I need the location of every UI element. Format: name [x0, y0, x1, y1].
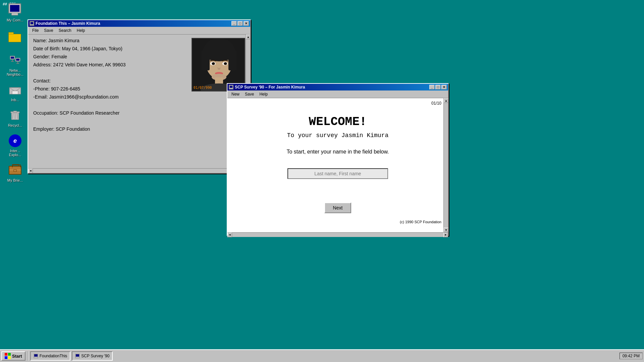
survey-window-controls: _ □ ✕	[429, 85, 447, 89]
svg-rect-1	[11, 57, 14, 59]
svg-rect-19	[31, 24, 33, 25]
taskbar: Start FoundationThis SCP Survey '90 09:4…	[0, 349, 644, 362]
survey-scrollbar[interactable]: ▲ ▼	[443, 98, 448, 232]
foundation-maximize-btn[interactable]: □	[237, 21, 243, 26]
survey-scroll-down-btn[interactable]: ▼	[444, 228, 448, 232]
foundation-close-btn[interactable]: ✕	[244, 21, 249, 26]
svg-rect-13	[13, 111, 17, 112]
profile-contact: Contact:	[33, 78, 185, 83]
taskbar-foundation-label: FoundationThis	[40, 354, 67, 358]
survey-form: Next	[234, 168, 441, 213]
svg-point-31	[224, 62, 226, 64]
taskbar-foundation-icon	[34, 354, 38, 358]
survey-title: SCP Survey '90 – For Jasmin Kimura	[235, 85, 305, 89]
my-briefcase-icon[interactable]: My Brie...	[3, 164, 27, 182]
svg-rect-7	[16, 63, 19, 64]
foundation-window-controls: _ □ ✕	[231, 21, 249, 26]
taskbar-survey-app[interactable]: SCP Survey '90	[72, 351, 113, 361]
taskbar-foundation-app[interactable]: FoundationThis	[30, 351, 71, 361]
svg-rect-10	[12, 91, 18, 94]
survey-minimize-btn[interactable]: _	[429, 85, 435, 89]
survey-maximize-btn[interactable]: □	[435, 85, 441, 89]
survey-scroll-up-btn[interactable]: ▲	[444, 98, 448, 103]
taskbar-clock: 09:42 PM	[620, 353, 643, 359]
svg-point-30	[212, 62, 214, 64]
my-computer-label: My Com...	[7, 18, 23, 22]
foundation-menu-search[interactable]: Search	[56, 27, 74, 34]
hscroll-left-btn[interactable]: ◄	[28, 169, 33, 173]
my-briefcase-label: My Brie...	[7, 178, 23, 182]
survey-subtitle: To your survey Jasmin Kimura	[234, 132, 441, 139]
profile-gender: Gender: Female	[33, 54, 185, 59]
foundation-minimize-btn[interactable]: _	[231, 21, 237, 26]
my-computer-icon[interactable]: My Com...	[3, 3, 27, 22]
profile-email: -Email: Jasmin1966@scpfoundation.com	[33, 94, 185, 100]
taskbar-survey-icon	[75, 354, 80, 358]
survey-titlebar[interactable]: SCP Survey '90 – For Jasmin Kimura _ □ ✕	[227, 84, 448, 90]
folder-icon[interactable]	[3, 32, 27, 47]
survey-hscroll-left-btn[interactable]: ◄	[227, 233, 232, 237]
survey-next-button[interactable]: Next	[324, 202, 352, 213]
start-button[interactable]: Start	[1, 351, 25, 361]
survey-menu-new[interactable]: New	[229, 91, 242, 97]
internet-explorer-label: Inter...Explo...	[9, 149, 21, 157]
recycle-bin-icon[interactable]: Recycl...	[3, 109, 27, 127]
survey-title-left: SCP Survey '90 – For Jasmin Kimura	[229, 85, 305, 89]
scroll-up-btn[interactable]: ▲	[246, 35, 250, 39]
foundation-content-area: Name: Jasmin Kimura Date of Birth: May 0…	[28, 35, 250, 171]
foundation-menu-save[interactable]: Save	[41, 27, 56, 34]
foundation-content: Name: Jasmin Kimura Date of Birth: May 0…	[28, 35, 250, 153]
foundation-app-icon	[30, 21, 34, 26]
inbox-label: Inb...	[11, 98, 19, 102]
svg-rect-18	[31, 22, 33, 24]
foundation-menu-file[interactable]: File	[30, 27, 41, 34]
survey-welcome-text: WELCOME!	[234, 115, 441, 129]
network-neighborhood-label: Netw...Neighbo...	[7, 68, 23, 76]
svg-rect-2	[12, 59, 13, 61]
photo-timestamp: 01/07/990	[194, 86, 212, 89]
survey-app-icon	[229, 85, 233, 89]
foundation-title: Foundation This – Jasmin Kimura	[36, 21, 100, 26]
survey-page-number: 01/10	[431, 101, 441, 106]
svg-rect-40	[34, 354, 38, 357]
svg-rect-6	[17, 61, 18, 63]
profile-employer: Employer: SCP Foundation	[33, 126, 185, 132]
survey-instruction: To start, enter your name in the field b…	[234, 149, 441, 155]
survey-menu-save[interactable]: Save	[242, 91, 257, 97]
foundation-hscrollbar[interactable]: ◄	[28, 168, 250, 173]
taskbar-survey-label: SCP Survey '90	[81, 354, 109, 358]
profile-name: Name: Jasmin Kimura	[33, 38, 185, 43]
survey-name-input[interactable]	[287, 168, 388, 179]
foundation-menu-help[interactable]: Help	[74, 27, 88, 34]
profile-occupation: Occupation: SCP Foundation Researcher	[33, 110, 185, 116]
survey-window: SCP Survey '90 – For Jasmin Kimura _ □ ✕…	[227, 83, 449, 236]
survey-menu-help[interactable]: Help	[257, 91, 270, 97]
svg-rect-3	[11, 61, 14, 62]
internet-explorer-icon[interactable]: e Inter...Explo...	[3, 134, 27, 157]
survey-close-btn[interactable]: ✕	[441, 85, 447, 89]
profile-phone: -Phone: 907-226-6485	[33, 86, 185, 92]
start-label: Start	[12, 354, 22, 359]
profile-address: Address: 2472 Veltri Dave Homer, AK 9960…	[33, 62, 185, 67]
survey-hscroll-right-btn[interactable]: ►	[443, 233, 448, 237]
survey-hscrollbar[interactable]: ◄ ►	[227, 232, 448, 237]
inbox-icon[interactable]: Inb...	[3, 83, 27, 102]
foundation-titlebar[interactable]: Foundation This – Jasmin Kimura _ □ ✕	[28, 20, 250, 27]
foundation-title-left: Foundation This – Jasmin Kimura	[30, 21, 100, 26]
survey-copyright: (c) 1990 SCP Foundation	[400, 220, 441, 224]
windows-logo	[5, 353, 11, 359]
desktop-icons: My Com... Netw...Neighbo...	[3, 3, 27, 182]
recycle-bin-label: Recycl...	[8, 123, 22, 127]
foundation-window: Foundation This – Jasmin Kimura _ □ ✕ Fi…	[28, 19, 251, 174]
survey-menubar: New Save Help	[227, 90, 448, 98]
svg-rect-38	[230, 86, 232, 88]
svg-rect-5	[16, 59, 19, 61]
profile-dob: Date of Birth: May 04, 1966 (Japan, Toky…	[33, 46, 185, 51]
network-neighborhood-icon[interactable]: Netw...Neighbo...	[3, 54, 27, 76]
taskbar-divider	[28, 351, 28, 361]
svg-rect-42	[76, 354, 79, 357]
foundation-menubar: File Save Search Help	[28, 27, 250, 35]
survey-content: 01/10 WELCOME! To your survey Jasmin Kim…	[227, 98, 448, 232]
foundation-profile-text: Name: Jasmin Kimura Date of Birth: May 0…	[33, 38, 185, 150]
